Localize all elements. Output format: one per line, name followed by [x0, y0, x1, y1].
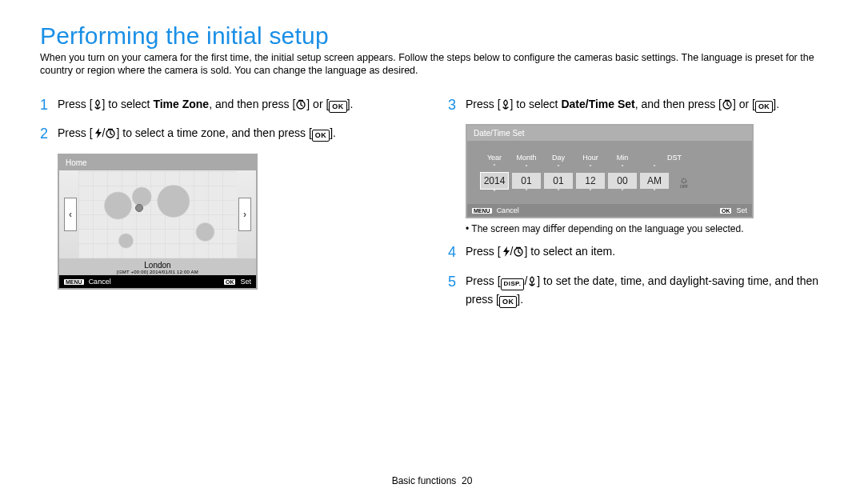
label-min: Min [606, 154, 638, 162]
footer-page-number: 20 [462, 475, 472, 486]
chevron-down-icon[interactable]: ˅ [638, 189, 670, 197]
step-text: Press [DISP./] to set the date, time, an… [466, 272, 824, 308]
timezone-info: London [GMT +00:00] 2014/01/01 12:00 AM [59, 258, 256, 275]
datetime-body: Year Month Day Hour Min DST ˄ 2014 ˅ [467, 141, 752, 204]
minute-stepper[interactable]: ˄ 00 ˅ [606, 165, 638, 197]
step-2: 2 Press [/] to select a time zone, and t… [40, 124, 416, 146]
sun-icon: ☼ [679, 174, 689, 185]
map-pin [135, 204, 143, 212]
timer-icon [105, 127, 116, 138]
step-text: Press [] to select Date/Time Set, and th… [466, 95, 824, 113]
menu-badge: MENU [64, 279, 84, 285]
world-map-area: ‹ › [59, 170, 256, 258]
datetime-screenshot: Date/Time Set Year Month Day Hour Min DS… [466, 124, 754, 218]
label-hour: Hour [574, 154, 606, 162]
datetime-header: Date/Time Set [467, 126, 752, 141]
page-title: Performing the initial setup [40, 22, 824, 50]
label-dst: DST [661, 154, 688, 162]
ok-button-icon: OK [312, 130, 330, 142]
label-year: Year [478, 154, 510, 162]
step-5: 5 Press [DISP./] to set the date, time, … [448, 272, 824, 308]
macro-icon [527, 275, 537, 286]
minute-value: 00 [608, 173, 637, 189]
hour-stepper[interactable]: ˄ 12 ˅ [574, 165, 606, 197]
screenshot-bottom-bar: MENU Cancel OK Set [467, 204, 752, 217]
world-map [78, 170, 237, 258]
ok-button-icon: OK [329, 101, 346, 113]
timezone-screenshot: Home ‹ › London [GMT +00:00] 2014/01/01 … [58, 154, 258, 290]
chevron-up-icon[interactable]: ˄ [574, 165, 606, 173]
chevron-up-icon[interactable]: ˄ [638, 165, 670, 173]
two-column-layout: 1 Press [] to select Time Zone, and then… [40, 95, 824, 317]
day-stepper[interactable]: ˄ 01 ˅ [542, 165, 574, 197]
cancel-label: Cancel [497, 206, 519, 214]
macro-icon [501, 98, 510, 110]
map-next-arrow[interactable]: › [238, 198, 251, 231]
month-value: 01 [512, 173, 541, 189]
screenshot-bottom-bar: MENU Cancel OK Set [59, 275, 256, 288]
set-label: Set [736, 206, 747, 214]
cancel-label: Cancel [89, 278, 111, 286]
ok-button-icon: OK [755, 101, 773, 113]
chevron-down-icon[interactable]: ˅ [542, 189, 574, 197]
step-3: 3 Press [] to select Date/Time Set, and … [448, 95, 824, 117]
dst-toggle[interactable]: ☼ OFF [670, 174, 698, 189]
footer-section: Basic functions [392, 475, 457, 486]
step-number: 4 [448, 241, 466, 264]
chevron-down-icon[interactable]: ˅ [478, 190, 510, 198]
chevron-up-icon[interactable]: ˄ [606, 165, 638, 173]
step-number: 5 [448, 270, 466, 294]
chevron-down-icon[interactable]: ˅ [574, 189, 606, 197]
set-label: Set [240, 278, 251, 286]
step-text: Press [/] to select an item. [466, 242, 824, 260]
label-month: Month [510, 154, 542, 162]
ampm-stepper[interactable]: ˄ AM ˅ [638, 165, 670, 197]
flash-icon [501, 246, 510, 257]
chevron-up-icon[interactable]: ˄ [478, 164, 510, 172]
step-text: Press [/] to select a time zone, and the… [58, 124, 416, 142]
ok-badge: OK [720, 208, 732, 214]
ok-button-icon: OK [499, 296, 517, 308]
macro-icon [93, 98, 102, 110]
chevron-down-icon[interactable]: ˅ [510, 189, 542, 197]
chevron-up-icon[interactable]: ˄ [542, 165, 574, 173]
day-value: 01 [544, 173, 573, 189]
screen-note: • The screen may diﬀer depending on the … [466, 223, 824, 234]
timer-icon [295, 98, 306, 110]
step-text: Press [] to select Time Zone, and then p… [58, 95, 416, 113]
intro-paragraph: When you turn on your camera for the ﬁrs… [40, 51, 824, 78]
ok-badge: OK [224, 279, 236, 285]
timer-icon [513, 246, 524, 257]
right-column: 3 Press [] to select Date/Time Set, and … [448, 95, 824, 317]
year-stepper[interactable]: ˄ 2014 ˅ [478, 164, 510, 198]
flash-icon [93, 127, 102, 138]
year-value: 2014 [480, 172, 509, 190]
step-number: 2 [40, 122, 58, 146]
page-footer: Basic functions 20 [0, 475, 864, 486]
datetime-values-row: ˄ 2014 ˅ ˄ 01 ˅ ˄ 01 ˅ [478, 164, 741, 198]
label-day: Day [542, 154, 574, 162]
chevron-up-icon[interactable]: ˄ [510, 165, 542, 173]
dst-off-label: OFF [670, 184, 698, 189]
city-name: London [59, 261, 256, 270]
datetime-column-labels: Year Month Day Hour Min DST [478, 154, 741, 162]
chevron-down-icon[interactable]: ˅ [606, 189, 638, 197]
menu-badge: MENU [472, 208, 492, 214]
ampm-value: AM [640, 173, 669, 189]
step-number: 3 [448, 94, 466, 117]
month-stepper[interactable]: ˄ 01 ˅ [510, 165, 542, 197]
screenshot-tab-home: Home [59, 155, 256, 170]
disp-button-icon: DISP. [501, 278, 525, 290]
step-4: 4 Press [/] to select an item. [448, 242, 824, 264]
step-number: 1 [40, 94, 58, 117]
left-column: 1 Press [] to select Time Zone, and then… [40, 95, 416, 317]
map-prev-arrow[interactable]: ‹ [64, 198, 77, 231]
gmt-line: [GMT +00:00] 2014/01/01 12:00 AM [59, 270, 256, 274]
step-1: 1 Press [] to select Time Zone, and then… [40, 95, 416, 117]
manual-page: Performing the initial setup When you tu… [0, 0, 864, 504]
hour-value: 12 [576, 173, 605, 189]
timer-icon [722, 98, 733, 110]
